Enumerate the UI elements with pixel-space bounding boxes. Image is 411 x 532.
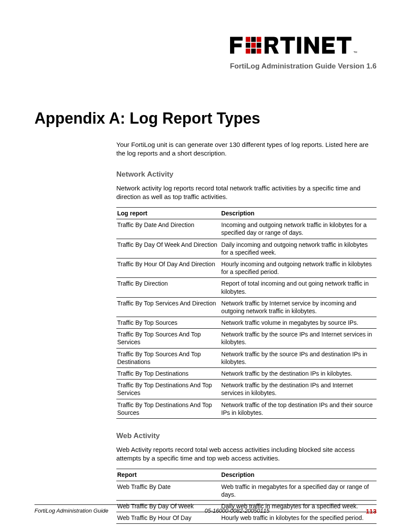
- table-row: Traffic By Hour Of Day And DirectionHour…: [116, 258, 377, 277]
- table-cell: Daily incoming and outgoing network traf…: [221, 239, 377, 258]
- table-cell: Report of total incoming and out going n…: [221, 278, 377, 297]
- page-footer: FortiLog Administration Guide 05-16000-0…: [34, 504, 377, 515]
- table-header-description: Description: [221, 469, 377, 481]
- table-row: Traffic By Top Sources And Top Destinati…: [116, 348, 377, 367]
- table-row: Traffic By DirectionReport of total inco…: [116, 278, 377, 297]
- fortinet-logo-icon: TM: [230, 34, 377, 58]
- table-cell: Network traffic by the source IPs and In…: [221, 329, 377, 348]
- table-row: Traffic By Top Destinations And Top Serv…: [116, 380, 377, 399]
- table-cell: Traffic By Top Sources And Top Destinati…: [116, 348, 221, 367]
- table-cell: Network traffic volume in megabytes by s…: [221, 317, 377, 329]
- table-row: Traffic By Top DestinationsNetwork traff…: [116, 368, 377, 380]
- svg-rect-4: [246, 43, 250, 48]
- footer-left: FortiLog Administration Guide: [34, 507, 109, 515]
- footer-center: 05-16000-0082-20050115: [205, 507, 269, 515]
- table-header-description: Description: [221, 208, 377, 219]
- svg-rect-5: [251, 43, 256, 48]
- table-row: Traffic By Top Services And DirectionNet…: [116, 297, 377, 317]
- svg-rect-9: [257, 49, 262, 54]
- logo-block: TM: [34, 34, 377, 58]
- section-heading-network-activity: Network Activity: [116, 170, 377, 179]
- table-cell: Hourly incoming and outgoing network tra…: [221, 258, 377, 277]
- web-activity-table: Report Description Web Traffic By DateWe…: [116, 469, 377, 524]
- table-row: Traffic By Day Of Week And DirectionDail…: [116, 239, 377, 258]
- table-cell: Traffic By Top Destinations And Top Sour…: [116, 399, 221, 418]
- table-cell: Web traffic in megabytes for a specified…: [221, 481, 377, 500]
- section-intro-web-activity: Web Activity reports record total web ac…: [116, 445, 377, 463]
- svg-text:TM: TM: [354, 51, 358, 53]
- footer-page-number: 113: [366, 507, 377, 515]
- table-cell: Traffic By Top Sources: [116, 317, 221, 329]
- table-cell: Traffic By Hour Of Day And Direction: [116, 258, 221, 277]
- table-cell: Traffic By Top Sources And Top Services: [116, 329, 221, 348]
- table-row: Traffic By Top Destinations And Top Sour…: [116, 399, 377, 418]
- table-cell: Traffic By Top Destinations And Top Serv…: [116, 380, 221, 399]
- table-cell: Network traffic by the destination IPs i…: [221, 368, 377, 380]
- page-title: Appendix A: Log Report Types: [34, 109, 377, 128]
- table-cell: Traffic By Top Destinations: [116, 368, 221, 380]
- svg-rect-3: [257, 37, 262, 42]
- table-cell: Network traffic by the source IPs and de…: [221, 348, 377, 367]
- table-cell: Traffic By Date And Direction: [116, 219, 221, 239]
- table-header-log-report: Log report: [116, 208, 221, 219]
- intro-paragraph: Your FortiLog unit is can generate over …: [116, 140, 377, 158]
- table-row: Traffic By Date And DirectionIncoming an…: [116, 219, 377, 239]
- table-cell: Incoming and outgoing network traffic in…: [221, 219, 377, 239]
- table-row: Web Traffic By DateWeb traffic in megaby…: [116, 481, 377, 500]
- svg-rect-7: [246, 49, 250, 54]
- table-cell: Network traffic of the top destination I…: [221, 399, 377, 418]
- table-cell: Network traffic by Internet service by i…: [221, 297, 377, 317]
- network-activity-table: Log report Description Traffic By Date A…: [116, 207, 377, 419]
- table-cell: Traffic By Direction: [116, 278, 221, 297]
- document-subtitle: FortiLog Administration Guide Version 1.…: [34, 62, 377, 71]
- svg-rect-6: [257, 43, 262, 48]
- table-cell: Traffic By Top Services And Direction: [116, 297, 221, 317]
- section-heading-web-activity: Web Activity: [116, 432, 377, 440]
- svg-rect-1: [246, 37, 250, 42]
- table-header-report: Report: [116, 469, 221, 481]
- table-row: Traffic By Top Sources And Top ServicesN…: [116, 329, 377, 348]
- table-row: Traffic By Top SourcesNetwork traffic vo…: [116, 317, 377, 329]
- table-cell: Traffic By Day Of Week And Direction: [116, 239, 221, 258]
- section-intro-network-activity: Network activity log reports record tota…: [116, 184, 377, 202]
- table-cell: Web Traffic By Date: [116, 481, 221, 500]
- svg-rect-8: [251, 49, 256, 54]
- table-cell: Network traffic by the destination IPs a…: [221, 380, 377, 399]
- svg-rect-2: [251, 37, 256, 42]
